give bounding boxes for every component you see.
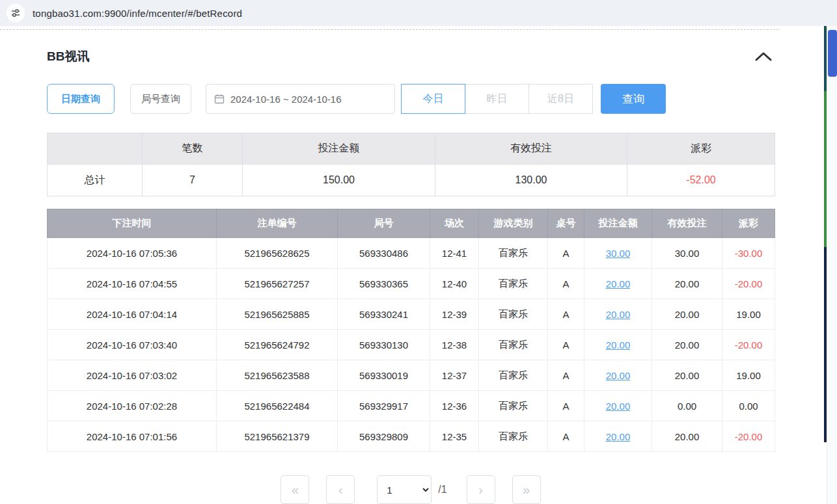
bet-amount-link[interactable]: 20.00	[606, 339, 631, 351]
quick-range-group: 今日 昨日 近8日	[402, 84, 593, 114]
summary-header-count: 笔数	[143, 133, 243, 165]
panel-header: BB视讯	[47, 48, 775, 65]
cell-bet-amount: 20.00	[584, 330, 652, 360]
last-page-button[interactable]: »	[512, 475, 541, 504]
cell-bet-amount: 20.00	[584, 360, 652, 391]
cell-bet-no: 521965624792	[217, 330, 338, 360]
table-row: 2024-10-16 07:03:40 521965624792 5693301…	[48, 330, 775, 360]
cell-valid-bet: 20.00	[652, 299, 722, 330]
cell-payout: 19.00	[722, 299, 775, 330]
table-header-row: 下注时间 注单编号 局号 场次 游戏类别 桌号 投注金额 有效投注 派彩	[48, 209, 775, 238]
today-button[interactable]: 今日	[401, 84, 465, 114]
date-query-tab[interactable]: 日期查询	[47, 84, 115, 114]
bet-amount-link[interactable]: 20.00	[606, 278, 631, 289]
bet-amount-link[interactable]: 30.00	[606, 248, 631, 259]
site-settings-icon[interactable]	[7, 4, 25, 22]
bet-amount-link[interactable]: 20.00	[606, 309, 631, 320]
summary-table: 笔数 投注金额 有效投注 派彩 总计 7 150.00 130.00 -52.0…	[47, 133, 775, 196]
cell-valid-bet: 20.00	[652, 330, 722, 360]
table-row: 2024-10-16 07:05:36 521965628625 5693304…	[48, 238, 775, 269]
cell-bet-no: 521965628625	[217, 238, 338, 269]
cell-session: 12-36	[430, 391, 479, 421]
vertical-scrollbar[interactable]	[827, 26, 837, 504]
cell-game-type: 百家乐	[479, 360, 548, 391]
page-title: BB视讯	[47, 48, 89, 65]
summary-header-payout: 派彩	[627, 133, 775, 165]
header-game-type: 游戏类别	[479, 209, 548, 238]
yesterday-button[interactable]: 昨日	[465, 84, 529, 114]
browser-address-bar[interactable]: tongbao31.com:9900/infe/mcenter/#/betRec…	[0, 0, 837, 26]
cell-round-no: 569330486	[338, 238, 430, 269]
cell-table-no: A	[548, 360, 584, 391]
cell-game-type: 百家乐	[479, 238, 548, 269]
date-range-picker[interactable]: 2024-10-16 ~ 2024-10-16	[206, 84, 395, 114]
header-bet-amount: 投注金额	[584, 209, 652, 238]
cell-bet-amount: 20.00	[584, 299, 652, 330]
summary-header-valid-bet: 有效投注	[435, 133, 627, 165]
bet-amount-link[interactable]: 20.00	[606, 401, 631, 412]
cell-bet-no: 521965622484	[217, 391, 338, 421]
top-dashed-divider	[0, 29, 778, 30]
summary-valid-bet-value: 130.00	[435, 165, 627, 196]
summary-header-bet-amount: 投注金额	[243, 133, 435, 165]
cell-round-no: 569330241	[338, 299, 430, 330]
table-row: 2024-10-16 07:02:28 521965622484 5693299…	[48, 391, 775, 421]
cell-session: 12-35	[430, 421, 479, 452]
cell-game-type: 百家乐	[479, 269, 548, 299]
cell-session: 12-37	[430, 360, 479, 391]
cell-valid-bet: 30.00	[652, 238, 722, 269]
summary-bet-amount-value: 150.00	[243, 165, 435, 196]
prev-page-button[interactable]: ‹	[326, 475, 355, 504]
cell-payout: 0.00	[722, 391, 775, 421]
date-range-value: 2024-10-16 ~ 2024-10-16	[230, 94, 342, 105]
chevron-up-icon	[755, 52, 772, 61]
cell-game-type: 百家乐	[479, 421, 548, 452]
round-query-tab[interactable]: 局号查询	[130, 84, 191, 114]
cell-bet-no: 521965621379	[217, 421, 338, 452]
cell-game-type: 百家乐	[479, 299, 548, 330]
cell-bet-no: 521965623588	[217, 360, 338, 391]
cell-payout: -20.00	[722, 269, 775, 299]
total-pages-label: /1	[438, 484, 446, 496]
collapse-panel-button[interactable]	[752, 49, 775, 64]
cell-round-no: 569329809	[338, 421, 430, 452]
header-bet-time: 下注时间	[48, 209, 217, 238]
bet-amount-link[interactable]: 20.00	[606, 370, 631, 381]
cell-round-no: 569330130	[338, 330, 430, 360]
next-page-button[interactable]: ›	[467, 475, 495, 504]
cell-bet-time: 2024-10-16 07:04:14	[48, 299, 217, 330]
search-button[interactable]: 查询	[601, 84, 666, 114]
table-row: 2024-10-16 07:04:55 521965627257 5693303…	[48, 269, 775, 299]
cell-game-type: 百家乐	[479, 391, 548, 421]
bet-amount-link[interactable]: 20.00	[606, 431, 631, 442]
table-row: 2024-10-16 07:01:56 521965621379 5693298…	[48, 421, 775, 452]
header-payout: 派彩	[722, 209, 775, 238]
header-round-no: 局号	[338, 209, 430, 238]
cell-table-no: A	[548, 238, 584, 269]
summary-header-empty	[48, 133, 143, 165]
cell-table-no: A	[548, 269, 584, 299]
cell-table-no: A	[548, 330, 584, 360]
pagination: « ‹ 1 /1 › »	[47, 475, 775, 504]
first-page-button[interactable]: «	[281, 475, 309, 504]
cell-bet-time: 2024-10-16 07:05:36	[48, 238, 217, 269]
filter-toolbar: 日期查询 局号查询 2024-10-16 ~ 2024-10-16 今日 昨日 …	[47, 83, 775, 114]
last-8-days-button[interactable]: 近8日	[528, 84, 593, 114]
cell-table-no: A	[548, 421, 584, 452]
url-text[interactable]: tongbao31.com:9900/infe/mcenter/#/betRec…	[33, 8, 242, 19]
cell-valid-bet: 20.00	[652, 421, 722, 452]
cell-bet-time: 2024-10-16 07:03:02	[48, 360, 217, 391]
cell-session: 12-38	[430, 330, 479, 360]
cell-valid-bet: 0.00	[652, 391, 722, 421]
cell-session: 12-41	[430, 238, 479, 269]
cell-bet-amount: 20.00	[584, 421, 652, 452]
header-session: 场次	[430, 209, 479, 238]
cell-session: 12-40	[430, 269, 479, 299]
page-select[interactable]: 1	[377, 475, 432, 504]
header-valid-bet: 有效投注	[652, 209, 722, 238]
cell-bet-time: 2024-10-16 07:04:55	[48, 269, 217, 299]
scrollbar-thumb[interactable]	[828, 30, 837, 77]
cell-valid-bet: 20.00	[652, 269, 722, 299]
header-table-no: 桌号	[548, 209, 584, 238]
cell-bet-amount: 20.00	[584, 269, 652, 299]
